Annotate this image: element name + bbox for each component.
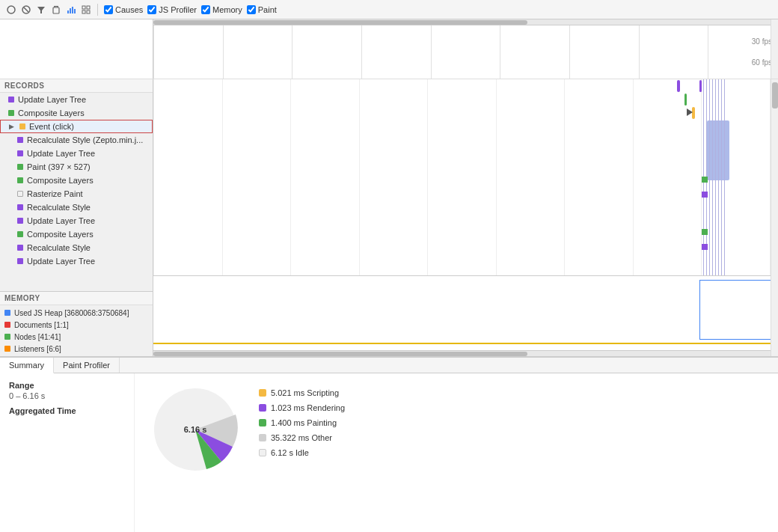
bottom-section: Summary Paint Profiler Range 0 – 6.16 s … xyxy=(0,356,778,532)
record-color-dot xyxy=(17,164,23,170)
main-container: 30 fps 60 fps xyxy=(0,19,778,532)
summary-chart-area: 6.16 s 5.021 ms Scripting1.023 ms Render… xyxy=(135,373,778,532)
record-row[interactable]: Recalculate Style (Zepto.min.j... xyxy=(0,133,153,147)
record-label-text: Event (click) xyxy=(29,122,74,131)
record-row[interactable]: Update Layer Tree xyxy=(0,93,153,106)
memory-row: Listeners [6:6] xyxy=(0,343,153,355)
range-row: Range 0 – 6.16 s xyxy=(9,381,125,400)
record-color-dot xyxy=(17,191,23,197)
svg-rect-4 xyxy=(53,7,59,13)
record-label-text: Recalculate Style xyxy=(27,243,91,252)
record-label-text: Paint (397 × 527) xyxy=(27,162,91,171)
summary-left-panel: Range 0 – 6.16 s Aggregated Time xyxy=(0,373,135,532)
comp-marker xyxy=(702,229,708,235)
record-row[interactable]: Paint (397 × 527) xyxy=(0,160,153,174)
legend-color-dot xyxy=(259,449,266,456)
memory-row: Nodes [41:41] xyxy=(0,331,153,343)
record-row[interactable]: Recalculate Style xyxy=(0,201,153,214)
svg-rect-10 xyxy=(72,7,73,13)
memory-label-text: Nodes [41:41] xyxy=(14,333,61,341)
play-arrow xyxy=(687,108,693,116)
legend-item: 1.023 ms Rendering xyxy=(259,403,345,412)
record-color-dot xyxy=(17,218,23,224)
fps-left-panel xyxy=(0,19,153,79)
fps-timeline: 30 fps 60 fps xyxy=(153,19,778,79)
vertical-scrollbar[interactable] xyxy=(771,79,778,356)
record-row[interactable]: Update Layer Tree xyxy=(0,147,153,160)
record-label-text: Update Layer Tree xyxy=(27,149,95,158)
js-profiler-checkbox[interactable]: JS Profiler xyxy=(147,5,197,14)
records-memory-section: RECORDS Update Layer TreeComposite Layer… xyxy=(0,79,778,356)
records-right-panel xyxy=(153,79,771,356)
record-label-text: Update Layer Tree xyxy=(27,216,95,225)
trash-icon[interactable] xyxy=(51,4,61,15)
filter-icon[interactable] xyxy=(36,4,46,15)
legend-label-text: 5.021 ms Scripting xyxy=(271,388,339,397)
record-color-dot xyxy=(17,258,23,264)
causes-checkbox[interactable]: Causes xyxy=(104,5,143,14)
record-label-text: Composite Layers xyxy=(18,108,85,117)
agg-row: Aggregated Time xyxy=(9,406,125,415)
svg-rect-13 xyxy=(87,6,90,9)
record-row[interactable]: Composite Layers xyxy=(0,106,153,120)
legend-color-dot xyxy=(259,389,266,397)
legend-item: 35.322 ms Other xyxy=(259,433,345,442)
timeline-h-scrollbar[interactable] xyxy=(153,350,771,356)
memory-label-text: Listeners [6:6] xyxy=(14,345,61,353)
expand-arrow-icon[interactable]: ▶ xyxy=(9,123,14,130)
record-label-text: Recalculate Style (Zepto.min.j... xyxy=(27,135,143,144)
svg-rect-12 xyxy=(82,6,85,9)
record-color-dot xyxy=(8,110,14,116)
tab-paint-profiler[interactable]: Paint Profiler xyxy=(54,358,120,373)
timeline-bar-1[interactable] xyxy=(684,94,687,106)
timeline-canvas xyxy=(153,79,771,350)
memory-color-dot xyxy=(4,322,10,328)
record-list: Update Layer TreeComposite Layers▶Event … xyxy=(0,93,153,291)
record-color-dot xyxy=(17,231,23,237)
grid-icon[interactable] xyxy=(81,4,91,15)
record-row[interactable]: Update Layer Tree xyxy=(0,254,153,268)
paint-checkbox[interactable]: Paint xyxy=(247,5,277,14)
legend-color-dot xyxy=(259,434,266,441)
memory-checkbox[interactable]: Memory xyxy=(201,5,242,14)
tab-summary[interactable]: Summary xyxy=(0,358,54,373)
legend-label-text: 1.023 ms Rendering xyxy=(271,403,345,412)
v-scroll-thumb[interactable] xyxy=(772,82,778,108)
svg-point-0 xyxy=(7,6,15,13)
record-icon[interactable] xyxy=(6,4,16,15)
legend-label-text: 6.12 s Idle xyxy=(271,448,309,457)
record-row[interactable]: Rasterize Paint xyxy=(0,187,153,201)
memory-timeline-area xyxy=(153,275,771,350)
svg-rect-9 xyxy=(70,8,71,13)
toolbar-divider xyxy=(97,4,98,16)
memory-list: Used JS Heap [3680068:3750684]Documents … xyxy=(0,305,153,356)
record-label-text: Rasterize Paint xyxy=(27,189,83,198)
agg-label: Aggregated Time xyxy=(9,406,125,415)
record-color-dot xyxy=(19,123,25,129)
bottom-content: Range 0 – 6.16 s Aggregated Time xyxy=(0,373,778,532)
memory-label-text: Documents [1:1] xyxy=(14,321,69,329)
legend-color-dot xyxy=(259,404,266,412)
record-row[interactable]: Recalculate Style xyxy=(0,241,153,254)
record-row[interactable]: Update Layer Tree xyxy=(0,214,153,227)
range-label: Range xyxy=(9,381,125,390)
timeline-bar-0[interactable] xyxy=(677,80,680,92)
svg-rect-8 xyxy=(67,10,69,13)
legend-color-dot xyxy=(259,419,266,426)
fps-area: 30 fps 60 fps xyxy=(0,19,778,79)
memory-color-dot xyxy=(4,334,10,340)
clear-icon[interactable] xyxy=(21,4,31,15)
memory-label-text: Used JS Heap [3680068:3750684] xyxy=(14,309,129,317)
record-row[interactable]: Composite Layers xyxy=(0,174,153,187)
bar-chart-icon[interactable] xyxy=(66,4,76,15)
timeline-bar-0b[interactable] xyxy=(699,80,702,92)
record-row[interactable]: ▶Event (click) xyxy=(0,120,153,133)
record-row[interactable]: Composite Layers xyxy=(0,227,153,241)
records-left-panel: RECORDS Update Layer TreeComposite Layer… xyxy=(0,79,153,356)
svg-rect-15 xyxy=(87,10,90,13)
memory-row: Used JS Heap [3680068:3750684] xyxy=(0,307,153,319)
pie-chart: 6.16 s xyxy=(147,381,244,478)
timeline-h-thumb[interactable] xyxy=(153,352,527,356)
svg-rect-14 xyxy=(82,10,85,13)
record-color-dot xyxy=(17,245,23,251)
